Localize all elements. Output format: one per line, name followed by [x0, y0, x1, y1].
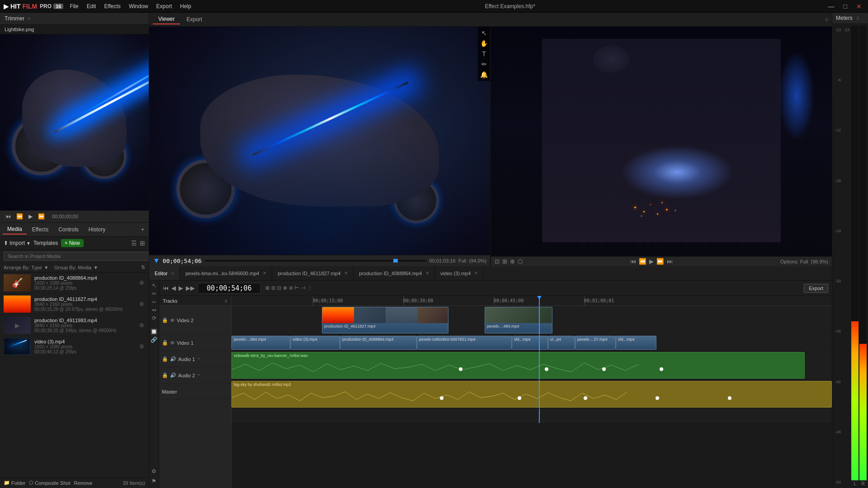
tool-flag[interactable]: ⚑ [151, 478, 156, 484]
menu-export[interactable]: Export [153, 2, 176, 10]
viewer-left-scrubber[interactable] [204, 260, 427, 262]
tl-export-button[interactable]: Export [804, 284, 828, 293]
kf-dot-a2-3[interactable] [584, 396, 587, 400]
hand-tool[interactable]: ✋ [479, 39, 489, 48]
view-grid-btn[interactable]: ⊞ [140, 239, 145, 247]
composite-shot-button[interactable]: ⬡ Composite Shot [29, 480, 70, 486]
kf-dot-2[interactable] [545, 367, 548, 371]
track-lock-a1[interactable]: 🔒 [162, 356, 168, 362]
templates-button[interactable]: Templates [33, 240, 58, 246]
menu-file[interactable]: File [66, 2, 82, 10]
track-lock-v1[interactable]: 🔒 [162, 340, 168, 346]
text-tool[interactable]: T [479, 49, 489, 58]
viewer-safe-btn[interactable]: ⊞ [502, 258, 507, 265]
viewer-left-zoom[interactable]: (94.0%) [469, 258, 486, 263]
clip-cotton[interactable]: pexels-cottonbro-5657831.mp4 [417, 336, 512, 350]
tl-btn-home[interactable]: ⊞ [265, 285, 269, 291]
viewer-color-btn[interactable]: ⬡ [518, 258, 523, 265]
kf-dot-1[interactable] [459, 367, 462, 371]
new-button[interactable]: + New [61, 239, 84, 247]
kf-dot-a2-5[interactable] [728, 396, 731, 400]
viewer-tab-export[interactable]: Export [181, 14, 208, 24]
minimize-button[interactable]: — [826, 2, 837, 11]
tab-controls[interactable]: Controls [54, 225, 83, 234]
view-list-btn[interactable]: ☰ [131, 239, 137, 247]
menu-window[interactable]: Window [125, 2, 152, 10]
notify-tool[interactable]: 🔔 [479, 70, 489, 79]
media-settings-icon[interactable]: ⚙ [138, 300, 145, 308]
import-button[interactable]: ⬆ Import ▼ [4, 240, 31, 246]
viewer-goto-start[interactable]: ⏮ [630, 258, 636, 265]
folder-button[interactable]: 📁 Folder [4, 480, 25, 486]
remove-button[interactable]: Remove [74, 480, 92, 486]
tool-slip[interactable]: ↔ [151, 299, 157, 305]
tool-razor[interactable]: ✂ [152, 291, 156, 297]
tl-step-back[interactable]: ◀ [171, 285, 176, 291]
tl-rewind[interactable]: ⏮ [163, 285, 169, 291]
media-settings-icon[interactable]: ⚙ [138, 343, 145, 351]
viewer-step-back[interactable]: ⏪ [639, 258, 646, 265]
editor-tab-3[interactable]: production ID_4088864.mp4 ✕ [354, 266, 435, 280]
tab-close-4[interactable]: ✕ [474, 271, 478, 276]
kf-dot-a2-2[interactable] [518, 396, 521, 400]
clip-prod4088[interactable]: production ID_4088864.mp4 [340, 336, 417, 350]
maximize-button[interactable]: □ [841, 2, 850, 11]
editor-tab-editor[interactable]: Editor ≡ [149, 266, 180, 280]
editor-tab-1[interactable]: pexels-tima-mi...ko-5846600.mp4 ✕ [180, 266, 272, 280]
tl-btn-in[interactable]: ⊟ [271, 285, 275, 291]
media-settings-icon[interactable]: ⚙ [138, 279, 145, 287]
pen-tool[interactable]: ✏ [479, 60, 489, 69]
clip-video3[interactable]: video (3).mp4 [290, 336, 340, 350]
tool-rate[interactable]: ⟳ [152, 315, 156, 321]
media-settings-icon[interactable]: ⚙ [138, 321, 145, 329]
track-eye-v2[interactable]: 👁 [170, 318, 175, 323]
tool-settings[interactable]: ⚙ [151, 468, 156, 474]
tracks-menu-btn[interactable]: ≡ [225, 298, 227, 304]
select-tool[interactable]: ↖ [479, 28, 489, 38]
viewer-play-pause[interactable]: ▶ [649, 258, 654, 265]
list-item[interactable]: production ID_4611827.mp4 3840 × 2160 pi… [0, 294, 149, 315]
tl-btn-lift[interactable]: ⊕ [283, 285, 287, 291]
trimmer-next-btn[interactable]: ⏩ [36, 212, 47, 221]
arrange-dropdown[interactable]: ▼ [44, 265, 49, 270]
tab-close-3[interactable]: ✕ [425, 271, 429, 276]
viewer-left-quality[interactable]: Full [458, 258, 467, 263]
viewer-fit-btn[interactable]: ⊡ [495, 258, 500, 265]
trimmer-play-btn[interactable]: ▶ [27, 212, 34, 221]
viewer-step-fwd[interactable]: ⏩ [656, 258, 664, 265]
track-lock-v2[interactable]: 🔒 [162, 317, 168, 323]
viewer-goto-end[interactable]: ⏭ [667, 258, 673, 265]
trimmer-prev-btn[interactable]: ⏪ [14, 212, 25, 221]
group-dropdown[interactable]: ▼ [93, 265, 98, 270]
tl-btn-extract[interactable]: ⊖ [289, 285, 293, 291]
list-item[interactable]: 🎸 production ID_4088864.mp4 868 × 488 … [0, 272, 149, 294]
close-button[interactable]: ✕ [854, 2, 864, 11]
list-item[interactable]: ▶ production ID_4911983.mp4 3840 × 2160 … [0, 315, 149, 336]
track-sound-a1[interactable]: 🔊 [170, 356, 176, 362]
editor-tab-2[interactable]: production ID_4611827.mp4 ✕ [272, 266, 354, 280]
kf-dot-a2-1[interactable] [440, 396, 443, 400]
kf-dot-3[interactable] [602, 367, 606, 371]
tool-select[interactable]: ↖ [152, 282, 156, 289]
tab-media[interactable]: Media [3, 225, 27, 235]
panel-add-btn[interactable]: + [139, 225, 146, 234]
viewer-options-btn[interactable]: Options [780, 259, 797, 264]
track-eye-v1[interactable]: 👁 [170, 340, 175, 346]
menu-effects[interactable]: Effects [100, 2, 124, 10]
clip-vld1[interactable]: vld...mp4 [512, 336, 548, 350]
tool-snap[interactable]: 🔲 [151, 328, 157, 335]
tool-link[interactable]: 🔗 [151, 337, 157, 343]
viewer-overlay-btn[interactable]: ⊕ [510, 258, 515, 265]
clip-audio1[interactable]: sidewalk-strut_by_rex-banner_Artlist.wav [231, 352, 805, 379]
tl-btn-out[interactable]: ⊡ [277, 285, 281, 291]
track-lock-a2[interactable]: 🔒 [162, 372, 168, 378]
menu-edit[interactable]: Edit [83, 2, 100, 10]
tab-effects[interactable]: Effects [28, 225, 53, 234]
sort-icon[interactable]: ⇅ [141, 264, 145, 270]
clip-pexels27[interactable]: pexels-...27.mp4 [575, 336, 616, 350]
tab-close-2[interactable]: ✕ [344, 271, 348, 276]
list-item[interactable]: video (3).mp4 868 × 488 pixels 00;00;4… [0, 336, 149, 357]
kf-dot-4[interactable] [660, 367, 663, 371]
tl-btn-mark-out[interactable]: ⊣ [301, 285, 306, 291]
tl-step-fwd[interactable]: ▶▶ [186, 285, 195, 291]
